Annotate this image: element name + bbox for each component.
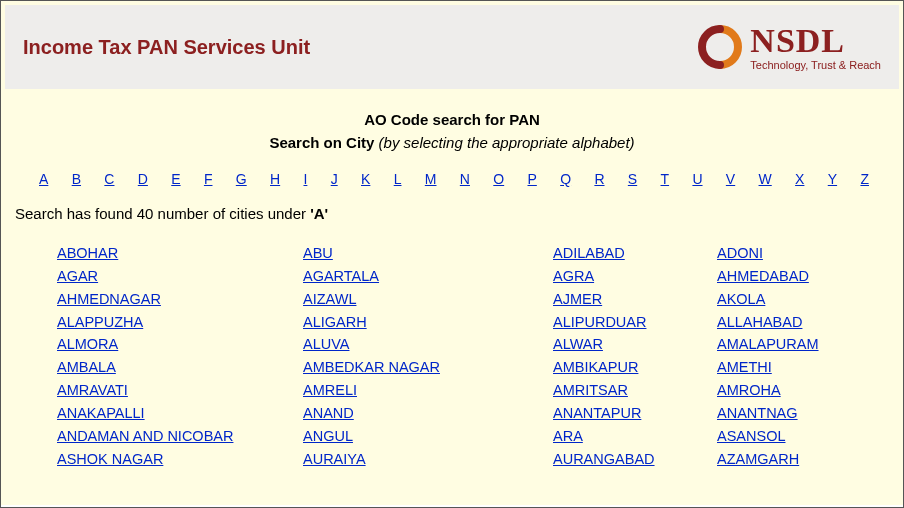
city-link[interactable]: ALAPPUZHA bbox=[57, 314, 143, 330]
city-link[interactable]: AMRITSAR bbox=[553, 382, 628, 398]
page-title: AO Code search for PAN bbox=[13, 111, 891, 128]
alpha-link-y[interactable]: Y bbox=[828, 171, 837, 187]
alpha-link-b[interactable]: B bbox=[72, 171, 81, 187]
city-link[interactable]: AMALAPURAM bbox=[717, 336, 819, 352]
city-link[interactable]: ABU bbox=[303, 245, 333, 261]
alpha-link-r[interactable]: R bbox=[594, 171, 604, 187]
alpha-link-e[interactable]: E bbox=[171, 171, 180, 187]
city-link[interactable]: ANDAMAN AND NICOBAR bbox=[57, 428, 233, 444]
alpha-link-g[interactable]: G bbox=[236, 171, 247, 187]
alpha-link-j[interactable]: J bbox=[331, 171, 338, 187]
alpha-link-u[interactable]: U bbox=[692, 171, 702, 187]
header-title: Income Tax PAN Services Unit bbox=[23, 36, 310, 59]
city-link[interactable]: AZAMGARH bbox=[717, 451, 799, 467]
alphabet-nav: ABCDEFGHIJKLMNOPQRSTUVWXYZ bbox=[13, 171, 891, 187]
city-link[interactable]: ANANTNAG bbox=[717, 405, 798, 421]
city-link[interactable]: ALIGARH bbox=[303, 314, 367, 330]
city-link[interactable]: ALUVA bbox=[303, 336, 349, 352]
city-link[interactable]: ANAND bbox=[303, 405, 354, 421]
city-list: ABOHARABUADILABADADONIAGARAGARTALAAGRAAH… bbox=[13, 244, 891, 468]
alpha-link-t[interactable]: T bbox=[661, 171, 670, 187]
city-link[interactable]: AHMEDNAGAR bbox=[57, 291, 161, 307]
city-link[interactable]: AMBIKAPUR bbox=[553, 359, 638, 375]
city-link[interactable]: AURANGABAD bbox=[553, 451, 655, 467]
result-count-line: Search has found 40 number of cities und… bbox=[15, 205, 891, 222]
alpha-link-n[interactable]: N bbox=[460, 171, 470, 187]
alpha-link-s[interactable]: S bbox=[628, 171, 637, 187]
city-link[interactable]: ADILABAD bbox=[553, 245, 625, 261]
city-link[interactable]: ADONI bbox=[717, 245, 763, 261]
city-link[interactable]: AGRA bbox=[553, 268, 594, 284]
alpha-link-x[interactable]: X bbox=[795, 171, 804, 187]
logo-text-main: NSDL bbox=[750, 24, 845, 58]
header-bar: Income Tax PAN Services Unit NSDL Techno… bbox=[1, 1, 903, 89]
alpha-link-p[interactable]: P bbox=[528, 171, 537, 187]
city-link[interactable]: AGAR bbox=[57, 268, 98, 284]
city-link[interactable]: AMETHI bbox=[717, 359, 772, 375]
city-link[interactable]: AMBEDKAR NAGAR bbox=[303, 359, 440, 375]
city-link[interactable]: AMRAVATI bbox=[57, 382, 128, 398]
alpha-link-m[interactable]: M bbox=[425, 171, 437, 187]
alpha-link-d[interactable]: D bbox=[138, 171, 148, 187]
city-link[interactable]: ALMORA bbox=[57, 336, 118, 352]
city-link[interactable]: ARA bbox=[553, 428, 583, 444]
logo-text-sub: Technology, Trust & Reach bbox=[750, 60, 881, 71]
city-link[interactable]: ASHOK NAGAR bbox=[57, 451, 163, 467]
alpha-link-z[interactable]: Z bbox=[860, 171, 869, 187]
page-subtitle: Search on City (by selecting the appropr… bbox=[13, 134, 891, 151]
alpha-link-q[interactable]: Q bbox=[560, 171, 571, 187]
city-link[interactable]: ANANTAPUR bbox=[553, 405, 641, 421]
logo-rings-icon bbox=[698, 25, 742, 69]
alpha-link-f[interactable]: F bbox=[204, 171, 213, 187]
alpha-link-c[interactable]: C bbox=[104, 171, 114, 187]
city-link[interactable]: AMRELI bbox=[303, 382, 357, 398]
city-link[interactable]: ANAKAPALLI bbox=[57, 405, 145, 421]
city-link[interactable]: AIZAWL bbox=[303, 291, 356, 307]
city-link[interactable]: ALWAR bbox=[553, 336, 603, 352]
content-area: AO Code search for PAN Search on City (b… bbox=[1, 89, 903, 505]
city-link[interactable]: AJMER bbox=[553, 291, 602, 307]
alpha-link-k[interactable]: K bbox=[361, 171, 370, 187]
alpha-link-o[interactable]: O bbox=[493, 171, 504, 187]
city-link[interactable]: AKOLA bbox=[717, 291, 765, 307]
alpha-link-a[interactable]: A bbox=[39, 171, 48, 187]
city-link[interactable]: ANGUL bbox=[303, 428, 353, 444]
city-link[interactable]: AHMEDABAD bbox=[717, 268, 809, 284]
city-link[interactable]: AURAIYA bbox=[303, 451, 366, 467]
city-link[interactable]: AMROHA bbox=[717, 382, 781, 398]
logo: NSDL Technology, Trust & Reach bbox=[698, 24, 881, 71]
alpha-link-v[interactable]: V bbox=[726, 171, 735, 187]
alpha-link-i[interactable]: I bbox=[303, 171, 307, 187]
city-link[interactable]: AMBALA bbox=[57, 359, 116, 375]
city-link[interactable]: AGARTALA bbox=[303, 268, 379, 284]
city-link[interactable]: ALIPURDUAR bbox=[553, 314, 646, 330]
alpha-link-w[interactable]: W bbox=[759, 171, 772, 187]
city-link[interactable]: ASANSOL bbox=[717, 428, 786, 444]
city-link[interactable]: ABOHAR bbox=[57, 245, 118, 261]
alpha-link-h[interactable]: H bbox=[270, 171, 280, 187]
alpha-link-l[interactable]: L bbox=[394, 171, 402, 187]
city-link[interactable]: ALLAHABAD bbox=[717, 314, 802, 330]
